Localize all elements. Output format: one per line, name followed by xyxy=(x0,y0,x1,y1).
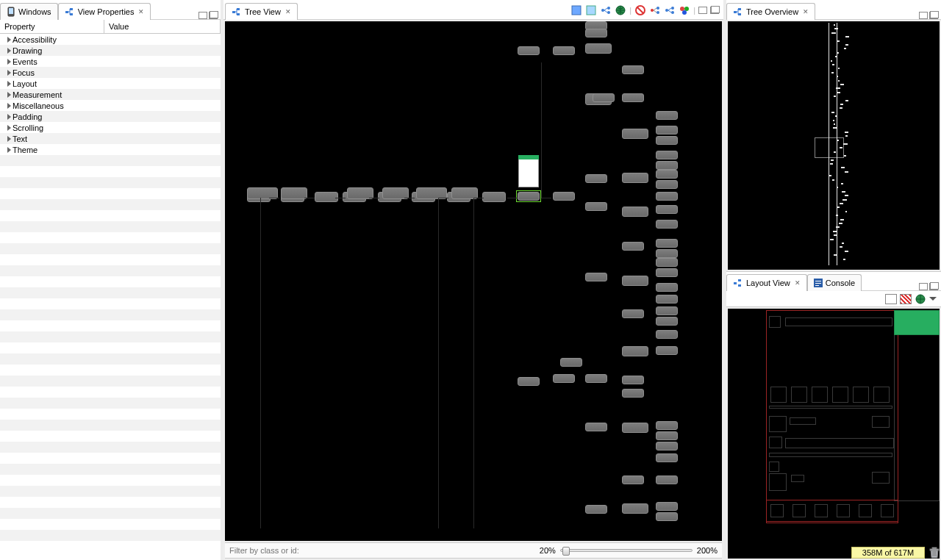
layout-box[interactable] xyxy=(812,387,828,403)
layout-box[interactable] xyxy=(832,387,848,403)
tree-node[interactable] xyxy=(656,180,678,189)
layout-canvas[interactable] xyxy=(728,309,940,559)
tree-node[interactable] xyxy=(656,170,678,179)
tree-node[interactable] xyxy=(622,389,644,398)
tree-node[interactable] xyxy=(585,202,607,211)
layout-box[interactable] xyxy=(785,438,894,448)
tree-node[interactable] xyxy=(622,207,648,217)
close-icon[interactable]: ✕ xyxy=(803,8,809,15)
maximize-icon[interactable] xyxy=(710,7,719,14)
close-icon[interactable]: ✕ xyxy=(795,279,801,287)
property-row[interactable]: Measurement xyxy=(0,89,221,100)
property-row[interactable]: Drawing xyxy=(0,45,221,56)
memory-usage[interactable]: 358M of 617M xyxy=(851,547,925,559)
tree-node[interactable] xyxy=(656,431,678,440)
expand-icon[interactable] xyxy=(7,81,11,87)
layout-box-selected[interactable] xyxy=(894,310,940,335)
column-value[interactable]: Value xyxy=(104,20,221,33)
layout-box[interactable] xyxy=(770,504,784,517)
tree-node[interactable] xyxy=(656,258,678,267)
tree-node[interactable] xyxy=(585,43,612,54)
tree-node[interactable] xyxy=(656,346,678,355)
expand-icon[interactable] xyxy=(7,136,11,142)
property-row[interactable]: Theme xyxy=(0,144,221,155)
property-row[interactable]: Text xyxy=(0,133,221,144)
tree-node[interactable] xyxy=(622,93,644,102)
layout-box[interactable] xyxy=(766,500,898,522)
dropdown-icon[interactable] xyxy=(929,297,937,301)
tree-node[interactable] xyxy=(593,93,615,102)
expand-icon[interactable] xyxy=(7,48,11,54)
property-row[interactable]: Accessibility xyxy=(0,34,221,45)
layout-box[interactable] xyxy=(769,453,892,457)
maximize-icon[interactable] xyxy=(929,12,938,19)
tree-node[interactable] xyxy=(656,151,678,159)
invalidate-icon[interactable] xyxy=(634,4,646,16)
layout-box[interactable] xyxy=(894,310,940,501)
tree-node[interactable] xyxy=(560,358,582,367)
close-icon[interactable]: ✕ xyxy=(285,8,291,15)
minimize-icon[interactable] xyxy=(919,283,928,290)
layout-box[interactable] xyxy=(769,416,787,432)
tree-node[interactable] xyxy=(656,442,678,450)
property-row[interactable]: Padding xyxy=(0,111,221,122)
tree-node[interactable] xyxy=(656,111,678,120)
tree-node[interactable] xyxy=(622,346,648,356)
tree-node[interactable] xyxy=(656,239,678,248)
tree-node[interactable] xyxy=(315,192,338,202)
expand-icon[interactable] xyxy=(7,92,11,98)
tree-node[interactable] xyxy=(281,187,307,199)
tree-node[interactable] xyxy=(656,283,678,292)
tree-node[interactable] xyxy=(656,192,678,201)
tab-windows[interactable]: Windows xyxy=(0,3,58,20)
layout-box[interactable] xyxy=(785,317,892,326)
layout-box[interactable] xyxy=(791,475,804,482)
globe-icon[interactable] xyxy=(915,293,926,305)
layout-box[interactable] xyxy=(792,504,806,517)
save-layers-icon[interactable] xyxy=(585,4,597,16)
property-row[interactable]: Layout xyxy=(0,78,221,89)
tab-view-properties[interactable]: View Properties ✕ xyxy=(58,3,151,20)
layout-box[interactable] xyxy=(815,504,828,517)
layout-box[interactable] xyxy=(769,316,781,328)
expand-icon[interactable] xyxy=(7,37,11,43)
property-row[interactable]: Scrolling xyxy=(0,122,221,133)
tab-tree-overview[interactable]: Tree Overview ✕ xyxy=(726,3,815,20)
layout-box[interactable] xyxy=(837,504,850,517)
tree-node[interactable] xyxy=(585,273,607,281)
expand-icon[interactable] xyxy=(7,103,11,109)
tree-node[interactable] xyxy=(585,174,607,183)
tree-node[interactable] xyxy=(622,309,644,318)
tree-node[interactable] xyxy=(518,46,540,55)
expand-icon[interactable] xyxy=(7,59,11,65)
layout-box[interactable] xyxy=(881,504,894,517)
layout-box[interactable] xyxy=(791,387,807,403)
layout-box[interactable] xyxy=(769,473,787,491)
layout-box[interactable] xyxy=(853,387,869,403)
tree-node[interactable] xyxy=(656,475,678,484)
minimize-icon[interactable] xyxy=(919,12,928,19)
tab-tree-view[interactable]: Tree View ✕ xyxy=(225,3,298,20)
expand-icon[interactable] xyxy=(7,125,11,131)
tree-node[interactable] xyxy=(553,374,575,383)
expand-icon[interactable] xyxy=(7,147,11,153)
tree-node[interactable] xyxy=(656,512,678,521)
tree-node[interactable] xyxy=(622,475,644,484)
tree-node[interactable] xyxy=(622,376,644,384)
tree-node[interactable] xyxy=(622,276,648,286)
tree-node[interactable] xyxy=(656,421,678,430)
tree-node[interactable] xyxy=(656,453,678,462)
tree-node[interactable] xyxy=(656,136,678,145)
tree-node[interactable] xyxy=(622,503,648,514)
hierarchy-icon[interactable] xyxy=(600,4,612,16)
tree-node[interactable] xyxy=(656,161,678,170)
tree-canvas[interactable] xyxy=(225,21,722,541)
tree-node[interactable] xyxy=(622,423,648,433)
column-property[interactable]: Property xyxy=(0,20,104,33)
tree-node[interactable] xyxy=(656,306,678,315)
tree-node[interactable] xyxy=(656,205,678,214)
layout-box[interactable] xyxy=(770,387,787,403)
expand-icon[interactable] xyxy=(7,70,11,76)
globe-icon[interactable] xyxy=(615,4,626,16)
close-icon[interactable]: ✕ xyxy=(138,8,144,15)
